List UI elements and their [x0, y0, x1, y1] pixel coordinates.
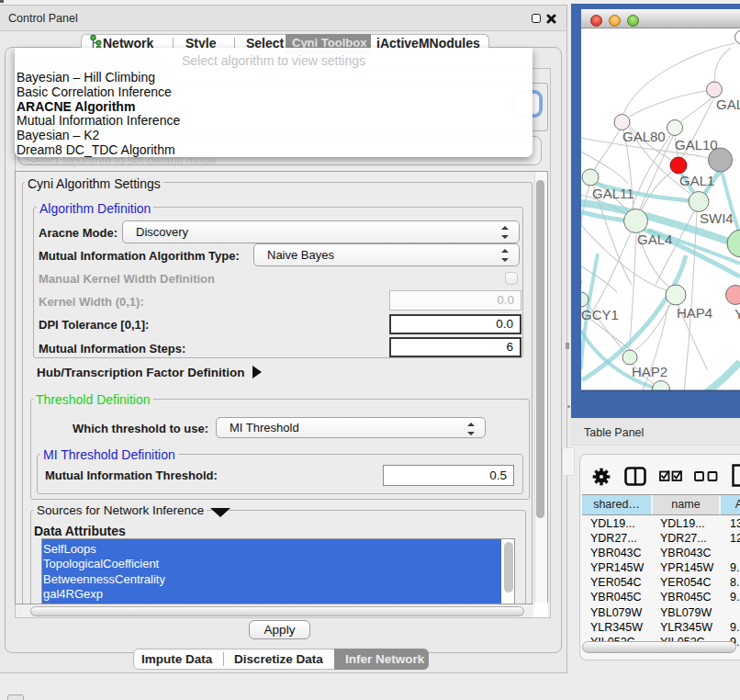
svg-text:GAL1: GAL1	[679, 173, 714, 188]
svg-text:GAL11: GAL11	[592, 186, 634, 201]
svg-text:YM: YM	[734, 306, 740, 322]
svg-text:HAP2: HAP2	[632, 364, 667, 379]
svg-text:SWI4: SWI4	[700, 210, 734, 226]
svg-text:GCY1: GCY1	[581, 307, 619, 322]
svg-text:GAL4: GAL4	[637, 231, 672, 247]
svg-text:GAL10: GAL10	[675, 137, 718, 152]
svg-text:GAL7: GAL7	[716, 96, 740, 112]
svg-text:HAP4: HAP4	[677, 305, 712, 321]
svg-text:GAL80: GAL80	[622, 129, 666, 144]
